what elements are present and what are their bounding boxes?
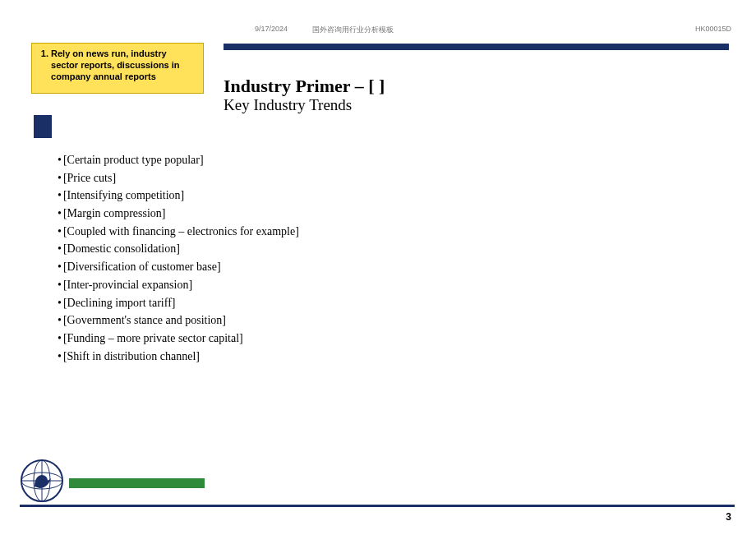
- bullet-item: [Price cuts]: [58, 169, 299, 187]
- bullet-item: [Shift in distribution channel]: [58, 348, 299, 366]
- logo-icon: [20, 459, 64, 503]
- slide: 9/17/2024 国外咨询用行业分析模板 HK00015D 1. Rely o…: [0, 0, 756, 535]
- callout-text: Rely on news run, industry sector report…: [51, 48, 196, 82]
- bullet-item: [Government's stance and position]: [58, 311, 299, 330]
- page-number: 3: [726, 511, 731, 523]
- bullet-item: [Domestic consolidation]: [58, 240, 299, 258]
- bullet-item: [Declining import tariff]: [58, 294, 299, 312]
- bullet-item: [Certain product type popular]: [58, 151, 299, 169]
- callout-number: 1.: [35, 48, 48, 58]
- accent-square: [34, 115, 52, 138]
- document-id: HK00015D: [695, 25, 731, 33]
- bullet-item: [Coupled with financing – electronics fo…: [58, 223, 299, 241]
- bullet-item: [Diversification of customer base]: [58, 258, 299, 276]
- slide-subtitle: Key Industry Trends: [224, 96, 352, 114]
- header-rule: [224, 44, 729, 50]
- bullet-item: [Inter-provincial expansion]: [58, 276, 299, 294]
- callout-box: 1. Rely on news run, industry sector rep…: [31, 43, 204, 94]
- bullet-item: [Funding – more private sector capital]: [58, 330, 299, 348]
- footer-green-bar: [69, 478, 205, 488]
- bullet-item: [Intensifying competition]: [58, 187, 299, 205]
- footer-rule: [20, 505, 735, 507]
- bullet-list: [Certain product type popular] [Price cu…: [58, 151, 299, 365]
- bullet-item: [Margin compression]: [58, 205, 299, 223]
- header-date: 9/17/2024: [255, 25, 288, 33]
- slide-title: Industry Primer – [ ]: [224, 76, 385, 97]
- header-center-text: 国外咨询用行业分析模板: [312, 25, 394, 35]
